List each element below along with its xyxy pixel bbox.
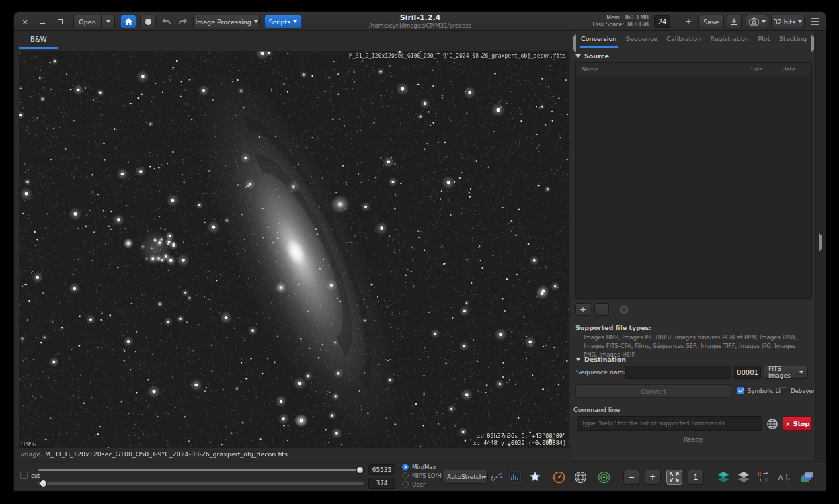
user-radio[interactable] [402,481,409,488]
scripts-button[interactable]: Scripts [264,15,302,28]
panel-tabs: Conversion Sequence Calibration Registra… [580,31,808,48]
tab-plot[interactable]: Plot [756,31,771,48]
image-processing-label: Image Processing [195,18,251,26]
stretch-mode-dropdown[interactable]: AutoStretch [442,470,488,484]
maximize-button[interactable] [54,16,65,27]
redo-icon [178,17,188,26]
layers-button[interactable] [736,470,751,485]
radio-mips[interactable]: MIPS-LO/HI [402,472,443,479]
open-button[interactable]: Open [73,15,102,28]
zoom-in-label: + [649,472,656,482]
tab-conversion[interactable]: Conversion [580,31,618,48]
high-value-input[interactable] [368,464,395,475]
threads-plus-button[interactable]: + [684,15,693,28]
debayer-checkbox[interactable] [780,387,787,394]
clear-list-button[interactable] [617,303,631,316]
redo-button[interactable] [175,15,190,28]
save-button[interactable]: Save [698,15,724,28]
cut-option[interactable]: cut [20,472,40,479]
channel-align-button[interactable]: A [776,470,791,485]
tab-calibration[interactable]: Calibration [665,31,703,48]
threads-minus-button[interactable]: − [673,15,682,28]
star-detection-button[interactable] [528,470,543,485]
minimize-button[interactable] [37,16,48,27]
debayer-option[interactable]: Debayer [780,387,815,394]
image-status-line: Image:M_31_G_120x120sec_G100_O50_T-9°C_2… [20,450,565,460]
debayer-label: Debayer [791,388,815,394]
histogram-display-button[interactable] [508,470,522,485]
zoom-fit-button[interactable] [666,470,682,485]
cut-checkbox[interactable] [20,472,28,479]
image-processing-button[interactable]: Image Processing [193,15,260,28]
caret-down-icon [799,371,803,374]
sequence-frames-button[interactable] [800,470,815,485]
celestial-grid-button[interactable] [573,470,588,485]
livestack-button[interactable] [140,15,156,28]
filetype-dropdown[interactable]: FITS images [764,366,808,379]
sequence-name-label: Sequence name: [576,368,630,376]
channel-swap-button[interactable]: RB [756,470,771,485]
tab-scroll-left[interactable] [573,37,576,50]
bit-depth-label: 32 bits [774,18,795,26]
tab-plot-label: Plot [758,35,770,42]
source-file-list[interactable]: Name Size Date [575,62,812,299]
destination-expander[interactable]: Destination [575,355,626,363]
symbolic-link-checkbox[interactable] [737,387,744,394]
stop-button[interactable]: × Stop [783,416,812,431]
tab-stacking-label: Stacking [779,35,807,42]
command-help-button[interactable] [766,417,778,430]
panel-tabbar: Conversion Sequence Calibration Registra… [571,31,815,48]
image-canvas[interactable] [19,51,569,448]
mips-radio[interactable] [402,472,409,479]
disk-label: Disk Space: 38.8 GiB [590,22,649,28]
channel-link-button[interactable] [491,471,503,483]
teal-layers-icon [717,471,730,483]
tab-registration[interactable]: Registration [709,31,750,48]
home-button[interactable] [120,15,136,28]
threads-input[interactable] [654,15,670,28]
save-button-label: Save [703,18,719,26]
screen: × Open Image Processing [0,0,839,504]
undo-button[interactable] [159,15,174,28]
minmax-radio[interactable] [402,464,409,470]
menu-button[interactable] [807,15,822,28]
convert-button[interactable]: Convert [575,384,731,398]
bit-depth-button[interactable]: 32 bits [771,15,805,28]
zoom-out-button[interactable]: − [623,470,639,485]
supported-types-text-content: Images BMP, Images PIC (IRIS), Images bi… [584,334,797,358]
cut-label: cut [31,472,40,479]
radio-user[interactable]: User [402,481,425,488]
tab-scroll-right[interactable] [811,37,814,50]
tab-sequence[interactable]: Sequence [625,31,659,48]
compass-button[interactable] [551,470,566,485]
stop-x-icon: × [785,420,791,427]
command-line-label-text: Command line [573,406,620,413]
high-slider-knob[interactable] [356,466,364,474]
counter-input[interactable] [734,366,761,379]
close-button[interactable]: × [19,16,30,27]
add-files-button[interactable]: + [575,303,590,316]
photometry-button[interactable] [596,470,611,485]
tab-bw[interactable]: B&W [19,31,58,49]
sequence-name-input[interactable] [625,366,731,379]
record-icon [145,19,151,25]
snapshot-button[interactable] [746,15,768,28]
zoom-in-button[interactable]: + [645,470,661,485]
stop-button-label: Stop [793,420,810,427]
low-slider-knob[interactable] [40,480,47,487]
panel-collapse-button[interactable] [819,236,822,249]
remove-files-button[interactable]: − [594,303,609,316]
camera-icon [749,17,759,26]
source-expander[interactable]: Source [575,52,609,60]
zoom-one-button[interactable]: 1 [688,470,704,485]
compass-icon [553,471,565,484]
open-recent-button[interactable] [102,15,115,28]
undo-icon [162,17,171,26]
low-value-input[interactable] [368,478,395,489]
tab-conversion-label: Conversion [581,35,616,42]
rgb-composition-button[interactable] [716,470,731,485]
radio-minmax[interactable]: Min/Max [402,464,436,470]
tab-stacking[interactable]: Stacking [778,31,808,48]
command-input[interactable] [577,416,762,431]
save-as-button[interactable] [727,15,742,28]
